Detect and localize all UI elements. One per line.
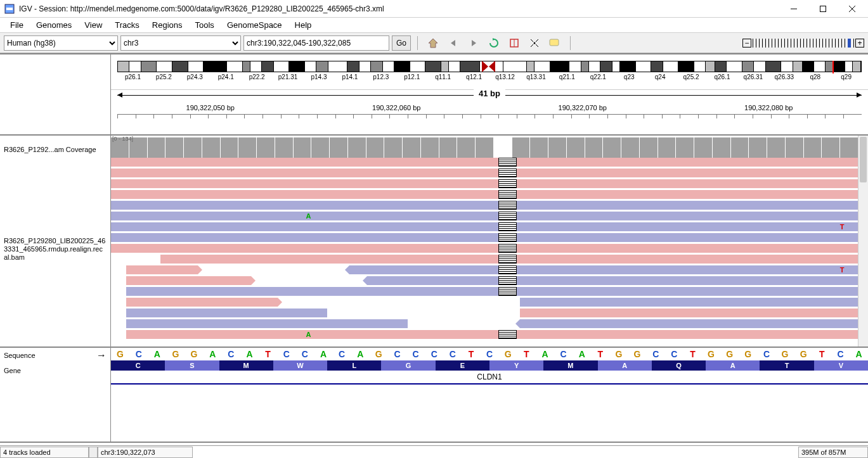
menu-regions[interactable]: Regions <box>146 19 189 31</box>
ideogram[interactable] <box>117 61 862 72</box>
sequence-bases[interactable]: GCAGGACATCCACAGCCCCTCGTACATGGCCTGGGCGGTC… <box>111 349 868 359</box>
status-tracks: 4 tracks loaded <box>0 447 89 458</box>
title-bar: IGV - Session: http://mendel.medgenome.c… <box>0 0 868 18</box>
status-bar: 4 tracks loaded chr3:190,322,073 395M of… <box>0 445 868 458</box>
menu-genomespace[interactable]: GenomeSpace <box>221 19 288 31</box>
zoom-out-button[interactable]: − <box>742 39 751 48</box>
coverage-range-label: [0 - 134] <box>112 136 133 142</box>
svg-line-13 <box>536 39 538 42</box>
back-icon[interactable] <box>444 35 462 51</box>
svg-marker-7 <box>451 40 455 46</box>
coverage-track-name[interactable]: R3626_P1292...am Coverage <box>4 146 107 153</box>
home-icon[interactable] <box>424 35 442 51</box>
locus-input[interactable] <box>243 35 389 51</box>
zoom-in-button[interactable]: + <box>855 39 864 48</box>
ideogram-labels: p26.1p25.2p24.3p24.1p22.2p21.31p14.3p14.… <box>117 73 862 80</box>
refresh-icon[interactable] <box>485 35 503 51</box>
menu-bar: FileGenomesViewTracksRegionsToolsGenomeS… <box>0 18 868 33</box>
svg-line-14 <box>531 44 533 47</box>
track-names-panel[interactable]: R3626_P1292...am Coverage R3626_P129280_… <box>0 136 111 347</box>
alignment-row: R3626_P1292...am Coverage R3626_P129280_… <box>0 136 868 348</box>
menu-help[interactable]: Help <box>288 19 318 31</box>
status-position: chr3:190,322,073 <box>98 447 193 458</box>
sequence-row: Sequence → Gene GCAGGACATCCACAGCCCCTCGTA… <box>0 348 868 443</box>
minimize-button[interactable] <box>779 0 808 18</box>
toolbar: Human (hg38) chr3 Go − + <box>0 33 868 53</box>
svg-rect-3 <box>820 6 826 11</box>
svg-marker-6 <box>429 39 437 48</box>
span-label: 41 bp <box>474 89 505 98</box>
genome-select[interactable]: Human (hg38) <box>4 35 118 51</box>
tooltip-icon[interactable] <box>546 35 564 51</box>
region-icon[interactable] <box>505 35 523 51</box>
maximize-button[interactable] <box>808 0 838 18</box>
app-icon <box>4 3 15 15</box>
header-left-panel <box>0 54 111 134</box>
close-button[interactable] <box>838 0 867 18</box>
arrow-right-icon: → <box>96 350 107 360</box>
menu-tools[interactable]: Tools <box>189 19 221 31</box>
menu-tracks[interactable]: Tracks <box>108 19 146 31</box>
svg-rect-1 <box>6 8 13 10</box>
menu-view[interactable]: View <box>78 19 108 31</box>
chromosome-header-row: p26.1p25.2p24.3p24.1p22.2p21.31p14.3p14.… <box>0 53 868 136</box>
status-grip-icon[interactable] <box>89 447 98 458</box>
go-button[interactable]: Go <box>392 35 411 51</box>
sequence-track-label[interactable]: Sequence <box>4 350 36 360</box>
amino-acid-row[interactable]: CSMWLGEYMAQATV <box>111 360 868 371</box>
svg-marker-8 <box>472 40 476 46</box>
gene-bar[interactable] <box>111 383 868 385</box>
alignment-track[interactable]: ATTA <box>111 158 868 345</box>
forward-icon[interactable] <box>465 35 483 51</box>
menu-file[interactable]: File <box>4 19 30 31</box>
svg-marker-9 <box>493 38 495 41</box>
menu-genomes[interactable]: Genomes <box>30 19 78 31</box>
gene-name[interactable]: CLDN1 <box>111 372 868 381</box>
zoom-slider[interactable]: − + <box>742 39 864 48</box>
status-memory: 395M of 857M <box>798 447 868 458</box>
fit-icon[interactable] <box>526 35 543 51</box>
coverage-track[interactable]: [0 - 134] <box>111 136 868 158</box>
bam-track-name[interactable]: R3626_P129280_LIB200225_463331_465965.rm… <box>4 237 107 262</box>
svg-point-16 <box>534 42 536 44</box>
gene-track-label[interactable]: Gene <box>4 366 107 376</box>
svg-line-12 <box>531 39 533 42</box>
svg-rect-17 <box>550 39 559 46</box>
svg-line-15 <box>536 44 538 47</box>
ruler[interactable]: 41 bp 190,322,050 bp190,322,060 bp190,32… <box>111 89 868 124</box>
window-title: IGV - Session: http://mendel.medgenome.c… <box>19 4 779 13</box>
alignment-scrollbar[interactable] <box>858 136 868 347</box>
chromosome-select[interactable]: chr3 <box>120 35 241 51</box>
